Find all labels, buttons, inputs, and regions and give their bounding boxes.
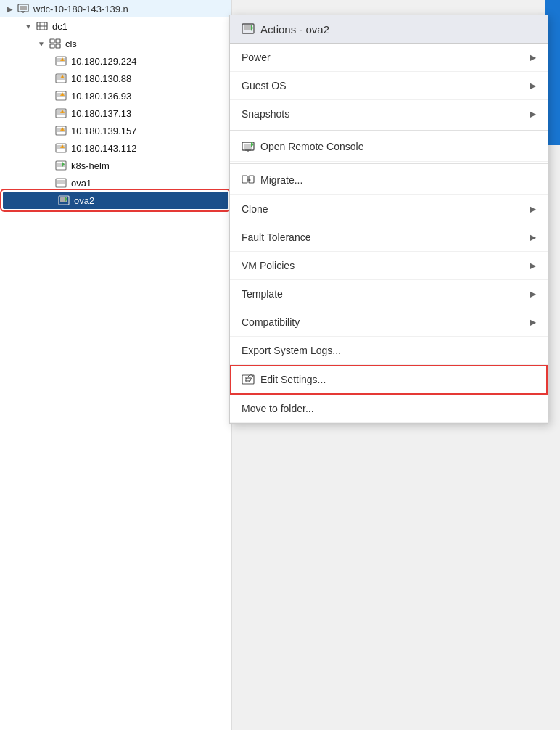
edit-settings-label: Edit Settings... [260, 374, 326, 385]
svg-text:!: ! [62, 93, 62, 97]
svg-text:!: ! [62, 128, 62, 131]
sidebar-item-vm6-label: 10.180.143.112 [71, 143, 136, 154]
sidebar-item-ova1[interactable]: ova1 [0, 174, 231, 192]
guestos-label: Guest OS [242, 80, 286, 91]
vm-green-icon-ova2 [58, 194, 70, 206]
vm-warn-icon-4: ! [55, 107, 67, 119]
svg-text:!: ! [62, 110, 62, 114]
menu-item-power[interactable]: Power ▶ [230, 44, 548, 72]
menu-item-migrate[interactable]: Migrate... [230, 165, 548, 195]
snapshots-label: Snapshots [242, 108, 289, 120]
context-menu-title: Actions - ova2 [260, 23, 329, 36]
vm-warn-icon-6: ! [55, 142, 67, 154]
chevron-right-icon: ▶ [7, 5, 13, 13]
clone-label: Clone [242, 203, 268, 215]
sidebar: ▶ wdc-10-180-143-139.n ▼ dc1 ▼ cls [0, 0, 232, 730]
fault-tolerance-label: Fault Tolerance [242, 231, 310, 243]
menu-item-guestos[interactable]: Guest OS ▶ [230, 72, 548, 100]
remote-console-label: Open Remote Console [260, 141, 363, 152]
migrate-label: Migrate... [260, 174, 302, 186]
sidebar-item-dc1[interactable]: ▼ dc1 [0, 17, 231, 35]
sidebar-item-dc1-label: dc1 [52, 21, 67, 32]
menu-item-fault-tolerance[interactable]: Fault Tolerance ▶ [230, 223, 548, 252]
sidebar-item-cls-label: cls [65, 38, 77, 49]
menu-item-export-logs[interactable]: Export System Logs... [230, 337, 548, 365]
context-menu-header: Actions - ova2 [230, 15, 548, 44]
vm-warn-icon: ! [55, 55, 67, 67]
separator-2 [230, 163, 548, 164]
menu-item-move-to-folder[interactable]: Move to folder... [230, 395, 548, 423]
vm-icon-ova1 [55, 177, 67, 189]
context-menu: Actions - ova2 Power ▶ Guest OS ▶ Snapsh… [229, 15, 548, 424]
sidebar-item-vm1[interactable]: ! 10.180.129.224 [0, 52, 231, 70]
sidebar-item-vm5[interactable]: ! 10.180.139.157 [0, 122, 231, 139]
svg-text:!: ! [62, 145, 62, 149]
sidebar-item-vm3-label: 10.180.136.93 [71, 91, 131, 102]
sidebar-item-cls[interactable]: ▼ cls [0, 35, 231, 52]
template-label: Template [242, 288, 283, 300]
menu-item-snapshots[interactable]: Snapshots ▶ [230, 100, 548, 128]
chevron-down-icon-cls: ▼ [38, 40, 45, 48]
menu-item-vm-policies[interactable]: VM Policies ▶ [230, 252, 548, 280]
submenu-arrow-policies: ▶ [530, 261, 536, 271]
sidebar-item-root[interactable]: ▶ wdc-10-180-143-139.n [0, 0, 231, 17]
migrate-icon [242, 173, 255, 186]
sidebar-item-ova2-label: ova2 [74, 195, 94, 206]
submenu-arrow-clone: ▶ [530, 204, 536, 214]
menu-item-edit-settings[interactable]: Edit Settings... [230, 365, 548, 395]
datacenter-icon [36, 20, 48, 32]
menu-item-template[interactable]: Template ▶ [230, 280, 548, 308]
submenu-arrow-fault: ▶ [530, 232, 536, 242]
submenu-arrow-template: ▶ [530, 289, 536, 299]
sidebar-item-k8s-label: k8s-helm [71, 160, 110, 171]
submenu-arrow-compat: ▶ [530, 317, 536, 327]
svg-rect-11 [56, 44, 60, 48]
svg-text:!: ! [62, 58, 62, 62]
cluster-icon [49, 38, 61, 49]
sidebar-item-vm6[interactable]: ! 10.180.143.112 [0, 139, 231, 157]
submenu-arrow-power: ▶ [530, 52, 536, 62]
submenu-arrow-guestos: ▶ [530, 81, 536, 91]
sidebar-item-ova2[interactable]: ova2 [3, 192, 228, 209]
vm-warn-icon-5: ! [55, 125, 67, 136]
vm-warn-icon-2: ! [55, 73, 67, 84]
sidebar-item-vm2-label: 10.180.130.88 [71, 73, 131, 84]
svg-text:!: ! [62, 75, 62, 79]
svg-rect-1 [20, 6, 27, 10]
sidebar-item-vm5-label: 10.180.139.157 [71, 126, 136, 136]
host-icon [17, 3, 29, 15]
vm-policies-label: VM Policies [242, 260, 295, 271]
separator-1 [230, 130, 548, 131]
console-icon [242, 140, 255, 153]
sidebar-item-vm2[interactable]: ! 10.180.130.88 [0, 70, 231, 87]
submenu-arrow-snapshots: ▶ [530, 109, 536, 119]
edit-settings-icon [242, 373, 255, 386]
menu-item-remote-console[interactable]: Open Remote Console [230, 132, 548, 162]
svg-rect-8 [50, 39, 54, 43]
sidebar-item-vm3[interactable]: ! 10.180.136.93 [0, 87, 231, 104]
actions-icon [242, 22, 255, 36]
chevron-down-icon: ▼ [25, 22, 32, 30]
sidebar-item-ova1-label: ova1 [71, 178, 91, 189]
move-to-folder-label: Move to folder... [242, 403, 314, 414]
svg-rect-9 [56, 39, 60, 43]
svg-rect-10 [50, 44, 54, 48]
sidebar-item-vm1-label: 10.180.129.224 [71, 56, 136, 67]
compatibility-label: Compatibility [242, 316, 300, 328]
power-label: Power [242, 52, 271, 63]
svg-marker-55 [249, 179, 251, 181]
svg-rect-52 [242, 176, 247, 183]
vm-green-icon [55, 160, 67, 171]
sidebar-item-vm4-label: 10.180.137.13 [71, 108, 131, 119]
sidebar-item-root-label: wdc-10-180-143-139.n [33, 4, 128, 15]
menu-item-clone[interactable]: Clone ▶ [230, 195, 548, 223]
svg-rect-40 [57, 180, 65, 184]
sidebar-item-k8s[interactable]: k8s-helm [0, 157, 231, 174]
export-logs-label: Export System Logs... [242, 345, 341, 356]
menu-item-compatibility[interactable]: Compatibility ▶ [230, 308, 548, 337]
vm-warn-icon-3: ! [55, 90, 67, 102]
sidebar-item-vm4[interactable]: ! 10.180.137.13 [0, 104, 231, 122]
